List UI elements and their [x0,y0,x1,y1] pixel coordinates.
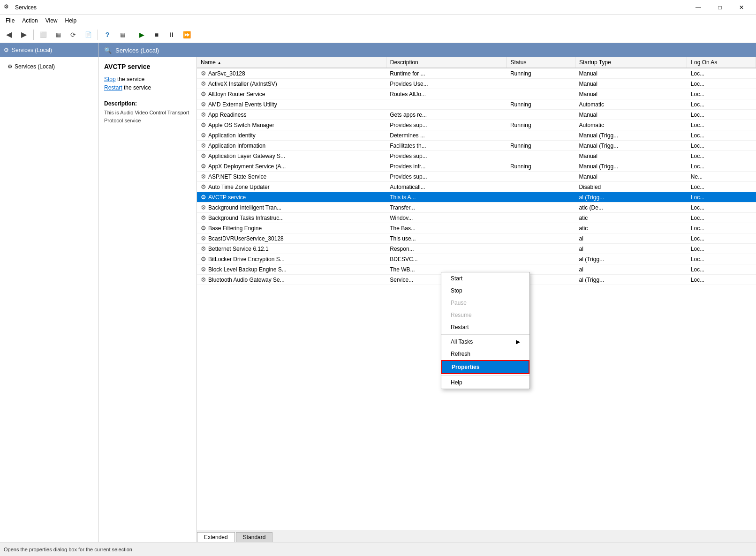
service-status [507,182,575,192]
service-startup-type: Manual [575,89,687,99]
start-service-button[interactable]: ▶ [135,28,149,41]
service-name: ActiveX Installer (AxInstSV) [208,81,277,87]
right-panel-title: Services (Local) [115,47,159,54]
gear-icon: ⚙ [201,183,206,190]
gear-icon: ⚙ [201,70,206,77]
table-row[interactable]: ⚙Betternet Service 6.12.1Respon...alLoc.… [197,244,756,254]
all-tasks-label: All Tasks [451,338,473,345]
col-header-startup[interactable]: Startup Type [575,57,687,68]
context-menu-restart[interactable]: Restart [441,321,529,333]
submenu-arrow-icon: ▶ [516,338,520,345]
service-restart-action[interactable]: Restart the service [104,84,191,91]
stop-label: the service [117,76,144,83]
service-name: BcastDVRUserService_30128 [208,235,284,242]
service-detail-title: AVCTP service [104,63,191,70]
maximize-button[interactable]: □ [709,0,731,15]
refresh-list-button[interactable]: ⟳ [66,28,80,41]
context-menu-stop[interactable]: Stop [441,285,529,297]
service-description: Transfer... [386,203,507,213]
service-status [507,89,575,99]
service-status [507,79,575,89]
table-row[interactable]: ⚙ActiveX Installer (AxInstSV)Provides Us… [197,79,756,89]
context-menu-properties[interactable]: Properties [441,360,529,374]
table-row[interactable]: ⚙BcastDVRUserService_30128This use...alL… [197,233,756,244]
table-row[interactable]: ⚙AarSvc_30128Runtime for ...RunningManua… [197,68,756,79]
context-menu-refresh[interactable]: Refresh [441,348,529,360]
service-logon: Loc... [687,141,756,151]
sidebar-item-services-local[interactable]: ⚙ Services (Local) [5,62,93,71]
restart-link[interactable]: Restart [104,84,122,91]
table-row[interactable]: ⚙Background Tasks Infrastruc...Windov...… [197,213,756,223]
col-header-logon[interactable]: Log On As [687,57,756,68]
table-row[interactable]: ⚙AllJoyn Router ServiceRoutes AllJo...Ma… [197,89,756,99]
table-row[interactable]: ⚙Background Intelligent Tran...Transfer.… [197,203,756,213]
pause-service-button[interactable]: ⏸ [165,28,179,41]
export-button[interactable]: 📄 [81,28,95,41]
service-status: Running [507,141,575,151]
restart-service-button[interactable]: ⏩ [180,28,194,41]
col-header-description[interactable]: Description [386,57,507,68]
table-row[interactable]: ⚙Auto Time Zone UpdaterAutomaticall...Di… [197,182,756,192]
help-button[interactable]: ? [100,28,114,41]
service-description: Automaticall... [386,182,507,192]
context-menu-start[interactable]: Start [441,272,529,285]
service-startup-type: Automatic [575,99,687,110]
service-status [507,151,575,161]
service-logon: Ne... [687,172,756,182]
table-row[interactable]: ⚙ASP.NET State ServiceProvides sup...Man… [197,172,756,182]
menu-view[interactable]: View [42,16,61,25]
service-startup-type: Disabled [575,182,687,192]
status-bar: Opens the properties dialog box for the … [0,542,756,556]
close-button[interactable]: ✕ [731,0,752,15]
context-menu-help[interactable]: Help [441,376,529,389]
service-startup-type: al (Trigg... [575,254,687,264]
gear-icon: ⚙ [201,235,206,242]
left-panel-content: ⚙ Services (Local) [0,57,98,542]
service-description [386,99,507,110]
table-row[interactable]: ⚙App ReadinessGets apps re...ManualLoc..… [197,110,756,120]
table-row[interactable]: ⚙Base Filtering EngineThe Bas...aticLoc.… [197,223,756,233]
table-row[interactable]: ⚙Application InformationFacilitates th..… [197,141,756,151]
service-startup-type: Manual [575,79,687,89]
table-row[interactable]: ⚙BitLocker Drive Encryption S...BDESVC..… [197,254,756,264]
service-stop-action[interactable]: Stop the service [104,76,191,83]
service-startup-type: Manual (Trigg... [575,141,687,151]
properties-pane-button[interactable]: ▦ [51,28,65,41]
stop-link[interactable]: Stop [104,76,116,83]
table-row[interactable]: ⚙AMD External Events UtilityRunningAutom… [197,99,756,110]
service-status [507,130,575,141]
service-startup-type: Automatic [575,120,687,130]
back-button[interactable]: ◀ [2,28,16,41]
table-row[interactable]: ⚙Application IdentityDetermines ...Manua… [197,130,756,141]
table-row[interactable]: ⚙AVCTP serviceThis is A...al (Trigg...Lo… [197,192,756,203]
window-controls: — □ ✕ [688,0,752,15]
menu-file[interactable]: File [2,16,18,25]
table-row[interactable]: ⚙AppX Deployment Service (A...Provides i… [197,161,756,172]
menu-help[interactable]: Help [61,16,81,25]
menu-bar: File Action View Help [0,15,756,26]
context-menu-all-tasks[interactable]: All Tasks▶ [441,336,529,348]
forward-button[interactable]: ▶ [17,28,31,41]
gear-icon: ⚙ [201,152,206,159]
table-row[interactable]: ⚙Application Layer Gateway S...Provides … [197,151,756,161]
col-header-status[interactable]: Status [507,57,575,68]
service-status: Running [507,68,575,79]
stop-service-button[interactable]: ■ [150,28,164,41]
service-name: Auto Time Zone Updater [208,184,270,190]
tab-extended[interactable]: Extended [197,532,235,542]
service-logon: Loc... [687,244,756,254]
view-toggle-button[interactable]: ⬜ [36,28,50,41]
gear-icon: ⚙ [201,90,206,98]
service-startup-type: Manual (Trigg... [575,130,687,141]
tab-standard[interactable]: Standard [236,532,273,542]
service-description: Provides sup... [386,120,507,130]
service-startup-type: al [575,233,687,244]
service-logon: Loc... [687,264,756,275]
gear-icon: ⚙ [201,194,206,201]
service-status [507,254,575,264]
properties-button[interactable]: ▦ [115,28,129,41]
table-row[interactable]: ⚙Apple OS Switch ManagerProvides sup...R… [197,120,756,130]
col-header-name[interactable]: Name ▲ [197,57,386,68]
menu-action[interactable]: Action [18,16,41,25]
minimize-button[interactable]: — [688,0,709,15]
